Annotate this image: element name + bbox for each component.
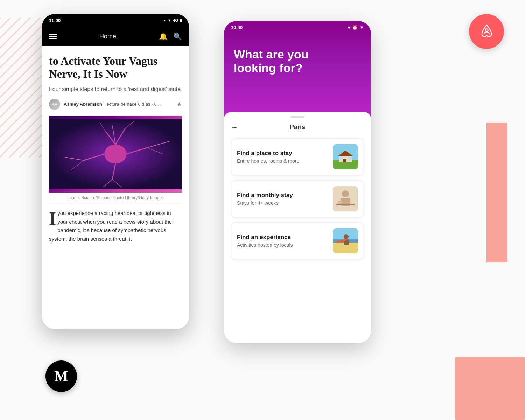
option-monthly-stay[interactable]: Find a monthly stay Stays for 4+ weeks (231, 180, 364, 217)
article-body: I you experience a racing heartbeat or t… (49, 209, 182, 244)
hamburger-menu-icon[interactable] (49, 34, 57, 39)
alarm-icon: ⏰ (352, 25, 358, 30)
option-place-to-stay-text: Find a place to stay Entire homes, rooms… (237, 150, 299, 164)
medium-status-icons: ● ▼ 4G ▮ (163, 18, 182, 23)
medium-nav-icons: 🔔 🔍 (159, 32, 182, 41)
option-monthly-stay-subtitle: Stays for 4+ weeks (237, 200, 293, 206)
house-illustration (333, 144, 358, 169)
medium-logo-letter: M (54, 368, 68, 385)
medium-logo: M (46, 360, 77, 392)
medium-nav-title: Home (99, 33, 116, 40)
svg-rect-25 (340, 157, 343, 159)
headline-line2: looking for? (234, 61, 302, 75)
airbnb-status-time: 10:40 (231, 25, 243, 30)
decorative-pink-rect-right (486, 122, 507, 262)
drop-cap: I (49, 211, 56, 226)
sheet-handle (290, 116, 304, 118)
avatar-image: AA (49, 99, 60, 110)
author-meta: Ashley Abramson lectura de hace 6 días ·… (64, 102, 173, 107)
back-button[interactable]: ← (231, 123, 238, 131)
option-place-to-stay[interactable]: Find a place to stay Entire homes, rooms… (231, 138, 364, 175)
airbnb-status-bar: 10:40 ♥ ⏰ ▼ (224, 21, 371, 34)
wifi-icon: ▼ (167, 18, 171, 22)
option-monthly-stay-title: Find a monthly stay (237, 192, 293, 199)
article-title: to Activate Your Vagus Nerve, It Is Now (49, 55, 182, 80)
svg-point-35 (344, 234, 349, 239)
svg-point-3 (104, 145, 126, 163)
airbnb-bottom-sheet: ← Paris Find a place to stay Entire home… (224, 112, 371, 343)
airbnb-status-icons: ♥ ⏰ ▼ (348, 25, 364, 30)
medium-article-content: to Activate Your Vagus Nerve, It Is Now … (42, 46, 189, 244)
medium-nav-bar: Home 🔔 🔍 (42, 27, 189, 46)
author-name: Ashley Abramson (64, 102, 102, 107)
medium-status-bar: 11:00 ● ▼ 4G ▮ (42, 14, 189, 27)
author-details: lectura de hace 6 días · 6 ... (106, 102, 162, 107)
svg-rect-26 (348, 157, 351, 159)
option-experience-subtitle: Activities hosted by locals (237, 242, 293, 248)
option-place-to-stay-subtitle: Entire homes, rooms & more (237, 158, 299, 164)
medium-app-phone: 11:00 ● ▼ 4G ▮ Home 🔔 🔍 to Activate Your… (42, 14, 189, 329)
heart-icon: ♥ (348, 25, 350, 30)
svg-rect-30 (336, 204, 355, 205)
article-body-text: you experience a racing heartbeat or tig… (49, 210, 172, 242)
notification-icon[interactable]: 🔔 (159, 32, 168, 41)
search-icon[interactable]: 🔍 (173, 32, 182, 41)
author-row: AA Ashley Abramson lectura de hace 6 día… (49, 99, 182, 110)
option-experience-title: Find an experience (237, 234, 293, 241)
option-place-to-stay-image (333, 144, 358, 169)
option-experience[interactable]: Find an experience Activities hosted by … (231, 222, 364, 259)
svg-point-38 (485, 29, 488, 31)
option-monthly-stay-text: Find a monthly stay Stays for 4+ weeks (237, 192, 293, 206)
network-icon: 4G (173, 18, 178, 22)
medium-status-time: 11:00 (49, 18, 61, 23)
signal-icon: ● (163, 18, 166, 22)
wifi-icon-airbnb: ▼ (359, 25, 364, 30)
person-illustration (333, 186, 358, 211)
option-experience-text: Find an experience Activities hosted by … (237, 234, 293, 248)
option-experience-image (333, 228, 358, 253)
author-avatar: AA (49, 99, 60, 110)
option-monthly-stay-image (333, 186, 358, 211)
neuron-illustration (49, 115, 182, 192)
option-place-to-stay-title: Find a place to stay (237, 150, 299, 157)
article-subtitle: Four simple steps to return to a 'rest a… (49, 85, 182, 93)
sheet-nav: ← Paris (231, 123, 364, 131)
image-caption: Image: Sciepro/Science Photo Library/Get… (49, 192, 182, 203)
headline-line1: What are you (234, 48, 308, 61)
svg-point-28 (342, 190, 349, 197)
sheet-nav-title: Paris (290, 124, 305, 131)
surfer-illustration (333, 228, 358, 253)
decorative-pink-block-bottom-right (455, 357, 525, 420)
svg-rect-24 (343, 159, 346, 162)
svg-rect-31 (338, 201, 342, 204)
airbnb-header-content: What are you looking for? (224, 34, 371, 82)
airbnb-logo-circle (469, 14, 504, 49)
airbnb-app-phone: 10:40 ♥ ⏰ ▼ What are you looking for? ← … (224, 21, 371, 343)
airbnb-logo-icon (477, 22, 496, 41)
airbnb-headline: What are you looking for? (234, 48, 361, 75)
article-image (49, 115, 182, 192)
battery-icon: ▮ (180, 18, 182, 23)
bookmark-icon[interactable]: ★ (176, 100, 182, 108)
